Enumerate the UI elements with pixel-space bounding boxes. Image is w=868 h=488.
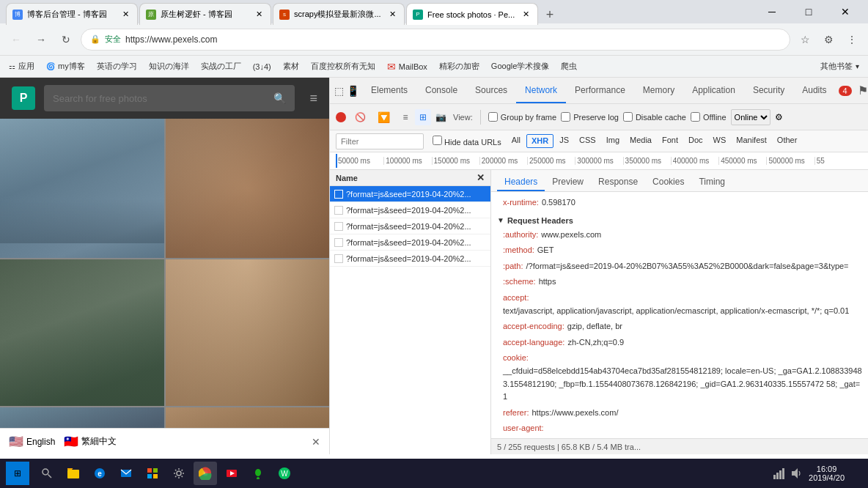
filter-css[interactable]: CSS: [575, 134, 600, 148]
group-by-frame-checkbox[interactable]: Group by frame: [488, 112, 556, 122]
devtools-inspect-icon[interactable]: ⬚: [334, 81, 344, 100]
tab-3-close[interactable]: ✕: [386, 9, 398, 21]
taskbar-wechat-icon[interactable]: W: [273, 462, 296, 485]
tab-4-close[interactable]: ✕: [520, 9, 532, 21]
filter-media[interactable]: Media: [625, 134, 656, 148]
photo-6[interactable]: [166, 407, 330, 428]
offline-input[interactable]: [691, 112, 700, 122]
disable-cache-input[interactable]: [623, 112, 633, 122]
search-input[interactable]: [53, 93, 268, 104]
request-headers-title[interactable]: ▼ Request Headers: [491, 214, 868, 227]
taskbar-settings-icon[interactable]: [167, 462, 191, 485]
photo-5[interactable]: Haley Black ⊕ ♡: [0, 407, 164, 428]
bookmark-mailbox[interactable]: ✉ MailBox: [384, 59, 430, 74]
menu-icon[interactable]: ⋮: [842, 29, 862, 50]
taskbar-qq-icon[interactable]: [246, 462, 270, 485]
url-bar[interactable]: 🔒 安全 https://www.pexels.com: [81, 29, 790, 51]
close-button[interactable]: ✕: [828, 0, 862, 23]
photo-3[interactable]: [0, 259, 164, 406]
filter-doc[interactable]: Doc: [684, 134, 707, 148]
devtools-mobile-icon[interactable]: 📱: [347, 81, 359, 100]
tab-application[interactable]: Application: [683, 78, 744, 103]
filter-hide-data-urls[interactable]: Hide data URLs: [428, 134, 506, 148]
tab-performance[interactable]: Performance: [566, 78, 634, 103]
tab-elements[interactable]: Elements: [362, 78, 416, 103]
search-icon[interactable]: 🔍: [273, 92, 286, 104]
tab-3[interactable]: s scrapy模拟登最新浪微... ✕: [273, 3, 405, 25]
request-item-1[interactable]: ?format=js&seed=2019-04-20%2...: [330, 202, 490, 218]
view-list-icon[interactable]: ≡: [397, 109, 413, 125]
maximize-button[interactable]: □: [792, 0, 825, 23]
tab-1[interactable]: 博 博客后台管理 - 博客园 ✕: [6, 3, 138, 25]
detail-tab-preview[interactable]: Preview: [545, 174, 591, 191]
preserve-log-checkbox[interactable]: Preserve log: [561, 112, 619, 122]
reload-button[interactable]: ↻: [56, 29, 76, 50]
taskbar-store-icon[interactable]: [141, 462, 164, 485]
bookmark-more[interactable]: 其他书签 ▾: [817, 59, 862, 73]
tab-console[interactable]: Console: [416, 78, 466, 103]
tab-audits[interactable]: Audits: [793, 78, 835, 103]
tab-1-close[interactable]: ✕: [119, 9, 131, 21]
bookmark-apps[interactable]: ⚏ 应用: [6, 59, 37, 73]
taskbar-chrome-icon[interactable]: [194, 462, 217, 485]
filter-xhr[interactable]: XHR: [526, 134, 553, 148]
taskbar-media-icon[interactable]: [220, 462, 243, 485]
detail-tab-timing[interactable]: Timing: [691, 174, 732, 191]
view-waterfall-icon[interactable]: ⊞: [415, 109, 431, 125]
chinese-language[interactable]: 🇹🇼 繁細中文: [64, 435, 117, 448]
record-button[interactable]: [336, 112, 346, 122]
taskbar-search-icon[interactable]: [35, 462, 59, 485]
offline-checkbox[interactable]: Offline: [691, 112, 727, 122]
clear-button[interactable]: 🚫: [350, 108, 369, 127]
back-button[interactable]: ←: [6, 29, 26, 50]
taskbar-files-icon[interactable]: [62, 462, 85, 485]
filter-img[interactable]: Img: [602, 134, 624, 148]
bookmark-knowledge[interactable]: 知识の海洋: [146, 59, 192, 73]
forward-button[interactable]: →: [31, 29, 51, 50]
show-desktop-button[interactable]: [850, 462, 862, 485]
request-item-2[interactable]: ?format=js&seed=2019-04-20%2...: [330, 218, 490, 234]
detail-tab-cookies[interactable]: Cookies: [645, 174, 691, 191]
photo-1-add-icon[interactable]: ⊕: [133, 238, 142, 252]
tab-4[interactable]: P Free stock photos · Pe... ✕: [406, 3, 538, 25]
group-by-frame-input[interactable]: [488, 112, 498, 122]
taskbar-mail-icon[interactable]: [114, 462, 138, 485]
photo-2[interactable]: [166, 119, 330, 258]
bookmark-3-4[interactable]: (3↓4): [250, 61, 274, 73]
photo-4[interactable]: [166, 259, 330, 406]
detail-tab-headers[interactable]: Headers: [497, 174, 545, 191]
start-button[interactable]: ⊞: [6, 462, 29, 485]
requests-close-icon[interactable]: ✕: [477, 172, 485, 183]
hamburger-menu-icon[interactable]: ≡: [309, 91, 317, 106]
tab-2-close[interactable]: ✕: [253, 9, 265, 21]
filter-manifest[interactable]: Manifest: [732, 134, 771, 148]
photo-1[interactable]: trashhand ⊕ ♡: [0, 119, 164, 258]
preserve-log-input[interactable]: [561, 112, 570, 122]
search-bar[interactable]: 🔍: [44, 85, 295, 111]
new-tab-button[interactable]: +: [540, 4, 560, 25]
filter-ws[interactable]: WS: [709, 134, 731, 148]
filter-other[interactable]: Other: [773, 134, 802, 148]
bookmark-google-scholar[interactable]: Google学术搜像: [488, 59, 552, 73]
tab-security[interactable]: Security: [744, 78, 793, 103]
english-language[interactable]: 🇺🇸 English: [9, 435, 55, 448]
taskbar-edge-icon[interactable]: e: [88, 462, 111, 485]
bookmark-practice[interactable]: 实战の工厂: [198, 59, 244, 73]
throttle-select[interactable]: Online: [731, 109, 770, 125]
tab-sources[interactable]: Sources: [466, 78, 516, 103]
minimize-button[interactable]: ─: [755, 0, 789, 23]
bookmark-crawler[interactable]: 爬虫: [558, 59, 580, 73]
bookmark-english[interactable]: 英语の学习: [94, 59, 140, 73]
tab-memory[interactable]: Memory: [634, 78, 683, 103]
extensions-icon[interactable]: ⚙: [818, 29, 839, 50]
tab-network[interactable]: Network: [516, 78, 566, 103]
filter-toggle-icon[interactable]: 🔽: [374, 108, 393, 127]
filter-all[interactable]: All: [507, 134, 525, 148]
filter-input[interactable]: [336, 133, 424, 149]
bookmark-myblog[interactable]: 🌀 my博客: [43, 59, 88, 73]
filter-js[interactable]: JS: [555, 134, 573, 148]
request-item-3[interactable]: ?format=js&seed=2019-04-20%2...: [330, 234, 490, 251]
view-screenshot-icon[interactable]: 📷: [433, 109, 449, 125]
hide-data-urls-input[interactable]: [433, 136, 442, 145]
bookmark-star-icon[interactable]: ☆: [795, 29, 815, 50]
